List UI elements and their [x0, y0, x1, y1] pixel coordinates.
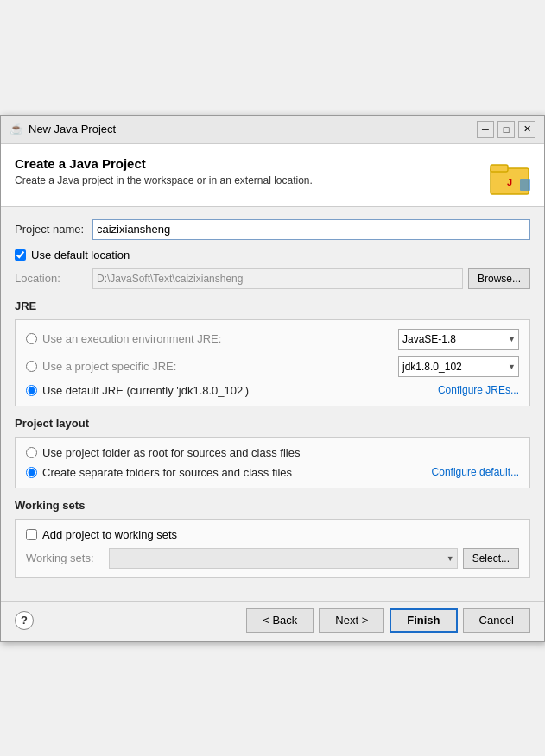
working-sets-select-wrapper — [109, 548, 458, 569]
default-location-row: Use default location — [15, 249, 530, 261]
dialog-window: ☕ New Java Project ─ □ ✕ Create a Java P… — [0, 115, 545, 642]
default-location-label[interactable]: Use default location — [31, 249, 130, 261]
jre-option1-row: Use an execution environment JRE: JavaSE… — [26, 329, 519, 350]
working-sets-select[interactable] — [109, 548, 458, 569]
header-title: Create a Java Project — [15, 156, 313, 171]
cancel-button[interactable]: Cancel — [463, 608, 530, 633]
add-to-working-sets-row: Add project to working sets — [26, 528, 519, 541]
maximize-button[interactable]: □ — [497, 121, 515, 138]
jre-execution-env-select[interactable]: JavaSE-1.8 — [398, 329, 519, 350]
help-button[interactable]: ? — [15, 611, 34, 630]
jre-option2-label[interactable]: Use a project specific JRE: — [42, 360, 198, 373]
svg-rect-1 — [491, 165, 508, 172]
jre-section: JRE Use an execution environment JRE: Ja… — [15, 299, 530, 406]
footer-buttons: < Back Next > Finish Cancel — [246, 608, 530, 633]
jre-section-title: JRE — [15, 299, 530, 312]
layout-option2-row: Create separate folders for sources and … — [26, 466, 519, 479]
folder-java-icon: J — [489, 156, 530, 198]
layout-option2-label[interactable]: Create separate folders for sources and … — [42, 466, 292, 479]
header-text: Create a Java Project Create a Java proj… — [15, 156, 313, 186]
add-working-sets-checkbox[interactable] — [26, 529, 37, 540]
title-bar: ☕ New Java Project ─ □ ✕ — [1, 116, 544, 144]
working-sets-label: Working sets: — [26, 551, 104, 564]
working-sets-title: Working sets — [15, 499, 530, 512]
svg-text:J: J — [507, 177, 512, 187]
select-working-sets-button[interactable]: Select... — [463, 548, 519, 569]
jre-option1-label[interactable]: Use an execution environment JRE: — [42, 332, 221, 345]
jre-default-radio[interactable] — [26, 385, 37, 396]
location-label: Location: — [15, 272, 92, 285]
layout-option1-label[interactable]: Use project folder as root for sources a… — [42, 446, 300, 459]
dialog-content: Project name: Use default location Locat… — [1, 207, 544, 601]
layout-root-folder-radio[interactable] — [26, 447, 37, 458]
jre-project-specific-select[interactable]: jdk1.8.0_102 — [398, 356, 519, 377]
header-subtitle: Create a Java project in the workspace o… — [15, 174, 313, 186]
jre-options-box: Use an execution environment JRE: JavaSE… — [15, 319, 530, 406]
jre-execution-env-select-wrapper: JavaSE-1.8 — [398, 329, 519, 350]
window-icon: ☕ — [10, 123, 23, 136]
configure-default-link[interactable]: Configure default... — [432, 466, 519, 478]
back-button[interactable]: < Back — [246, 608, 314, 633]
jre-execution-env-radio[interactable] — [26, 333, 37, 344]
minimize-button[interactable]: ─ — [477, 121, 494, 138]
configure-jres-link[interactable]: Configure JREs... — [438, 384, 519, 396]
add-working-sets-label[interactable]: Add project to working sets — [42, 528, 177, 541]
dialog-header: Create a Java Project Create a Java proj… — [1, 144, 544, 207]
location-row: Location: Browse... — [15, 268, 530, 289]
project-layout-section: Project layout Use project folder as roo… — [15, 417, 530, 488]
jre-option3-label[interactable]: Use default JRE (currently 'jdk1.8.0_102… — [42, 384, 249, 397]
jre-option3-row: Use default JRE (currently 'jdk1.8.0_102… — [26, 384, 519, 397]
project-layout-box: Use project folder as root for sources a… — [15, 437, 530, 488]
working-sets-box: Add project to working sets Working sets… — [15, 519, 530, 578]
working-sets-input-row: Working sets: Select... — [26, 548, 519, 569]
project-name-row: Project name: — [15, 219, 530, 240]
close-button[interactable]: ✕ — [518, 121, 535, 138]
project-name-label: Project name: — [15, 223, 92, 236]
layout-separate-folders-radio[interactable] — [26, 467, 37, 478]
header-icon: J — [489, 156, 530, 198]
title-bar-left: ☕ New Java Project — [10, 123, 116, 136]
working-sets-section: Working sets Add project to working sets… — [15, 499, 530, 578]
jre-project-specific-select-wrapper: jdk1.8.0_102 — [398, 356, 519, 377]
svg-rect-3 — [520, 179, 530, 191]
dialog-footer: ? < Back Next > Finish Cancel — [1, 601, 544, 641]
window-title: New Java Project — [29, 123, 116, 135]
jre-project-specific-radio[interactable] — [26, 361, 37, 372]
layout-option1-row: Use project folder as root for sources a… — [26, 446, 519, 459]
project-layout-title: Project layout — [15, 417, 530, 430]
title-bar-controls: ─ □ ✕ — [477, 121, 535, 138]
location-input[interactable] — [92, 268, 463, 289]
project-name-input[interactable] — [92, 219, 530, 240]
finish-button[interactable]: Finish — [390, 608, 457, 633]
jre-option2-row: Use a project specific JRE: jdk1.8.0_102 — [26, 356, 519, 377]
default-location-checkbox[interactable] — [15, 249, 26, 261]
browse-button[interactable]: Browse... — [468, 268, 530, 289]
next-button[interactable]: Next > — [319, 608, 384, 633]
